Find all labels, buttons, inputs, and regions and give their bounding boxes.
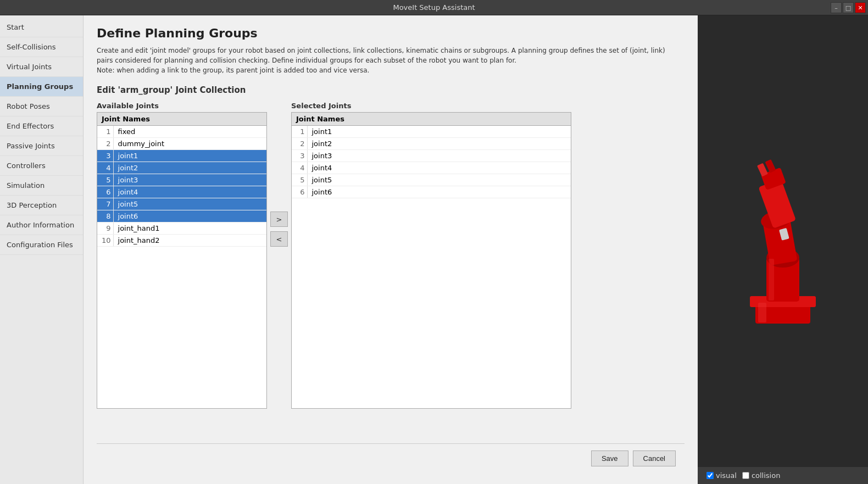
sidebar-item-3d-perception[interactable]: 3D Perception bbox=[0, 196, 83, 215]
row-num: 2 bbox=[292, 138, 307, 150]
available-joint-row[interactable]: 4joint2 bbox=[97, 162, 266, 174]
selected-joints-label: Selected Joints bbox=[291, 102, 571, 110]
available-joint-row[interactable]: 8joint6 bbox=[97, 210, 266, 222]
desc-line1: Create and edit 'joint model' groups for… bbox=[97, 47, 665, 54]
joint-name: fixed bbox=[113, 126, 266, 138]
available-joint-row[interactable]: 9joint_hand1 bbox=[97, 222, 266, 235]
transfer-buttons: > < bbox=[267, 102, 291, 247]
joint-name: joint1 bbox=[307, 126, 571, 138]
row-num: 7 bbox=[97, 198, 113, 210]
available-joints-table: Joint Names 1fixed2dummy_joint3joint14jo… bbox=[97, 113, 266, 247]
visual-collision-controls: visual collision bbox=[698, 467, 789, 484]
titlebar: MoveIt Setup Assistant – □ ✕ bbox=[0, 0, 868, 15]
minimize-button[interactable]: – bbox=[831, 2, 842, 13]
joint-name: joint5 bbox=[307, 174, 571, 186]
row-num: 4 bbox=[292, 162, 307, 174]
available-joint-row[interactable]: 3joint1 bbox=[97, 150, 266, 162]
sidebar-item-virtual-joints[interactable]: Virtual Joints bbox=[0, 57, 83, 77]
available-col-header: Joint Names bbox=[97, 113, 266, 126]
joint-name: joint1 bbox=[113, 150, 266, 162]
selected-joint-row[interactable]: 2joint2 bbox=[292, 138, 571, 150]
sidebar-item-start[interactable]: Start bbox=[0, 18, 83, 37]
row-num: 3 bbox=[292, 150, 307, 162]
save-button[interactable]: Save bbox=[591, 450, 628, 466]
collision-checkbox-label[interactable]: collision bbox=[742, 471, 781, 480]
row-num: 5 bbox=[97, 174, 113, 186]
description: Create and edit 'joint model' groups for… bbox=[97, 46, 674, 75]
selected-joints-table-container[interactable]: Joint Names 1joint12joint23joint34joint4… bbox=[291, 112, 571, 409]
window-controls: – □ ✕ bbox=[831, 2, 866, 13]
selected-joints-panel: Selected Joints Joint Names 1joint12join… bbox=[291, 102, 571, 409]
row-num: 9 bbox=[97, 222, 113, 235]
bottom-footer: visual collision bbox=[698, 467, 868, 484]
available-joint-row[interactable]: 6joint4 bbox=[97, 186, 266, 198]
joint-name: joint2 bbox=[113, 162, 266, 174]
available-joints-label: Available Joints bbox=[97, 102, 267, 110]
svg-rect-11 bbox=[769, 259, 774, 301]
selected-joint-row[interactable]: 1joint1 bbox=[292, 126, 571, 138]
sidebar-item-robot-poses[interactable]: Robot Poses bbox=[0, 97, 83, 116]
row-num: 1 bbox=[97, 126, 113, 138]
desc-line3: Note: when adding a link to the group, i… bbox=[97, 66, 369, 74]
joint-name: joint4 bbox=[113, 186, 266, 198]
row-num: 3 bbox=[97, 150, 113, 162]
available-joints-table-container[interactable]: Joint Names 1fixed2dummy_joint3joint14jo… bbox=[97, 112, 267, 409]
sidebar-item-end-effectors[interactable]: End Effectors bbox=[0, 116, 83, 136]
visual-checkbox[interactable] bbox=[706, 472, 714, 479]
row-num: 4 bbox=[97, 162, 113, 174]
row-num: 8 bbox=[97, 210, 113, 222]
selected-joint-row[interactable]: 6joint6 bbox=[292, 186, 571, 198]
sidebar-item-simulation[interactable]: Simulation bbox=[0, 176, 83, 196]
robot-panel: visual collision bbox=[698, 15, 868, 484]
joint-name: joint6 bbox=[307, 186, 571, 198]
selected-joint-row[interactable]: 5joint5 bbox=[292, 174, 571, 186]
maximize-button[interactable]: □ bbox=[843, 2, 854, 13]
joint-name: joint5 bbox=[113, 198, 266, 210]
available-joints-panel: Available Joints Joint Names 1fixed2dumm… bbox=[97, 102, 267, 409]
remove-joint-button[interactable]: < bbox=[270, 231, 288, 247]
svg-rect-10 bbox=[758, 303, 766, 322]
sidebar-item-controllers[interactable]: Controllers bbox=[0, 156, 83, 176]
sidebar-item-author-information[interactable]: Author Information bbox=[0, 215, 83, 235]
section-header: Edit 'arm_group' Joint Collection bbox=[97, 85, 685, 95]
row-num: 1 bbox=[292, 126, 307, 138]
sidebar-item-self-collisions[interactable]: Self-Collisions bbox=[0, 37, 83, 57]
page-title: Define Planning Groups bbox=[97, 26, 685, 40]
titlebar-title: MoveIt Setup Assistant bbox=[393, 3, 475, 12]
app-body: Start Self-Collisions Virtual Joints Pla… bbox=[0, 15, 868, 484]
sidebar-item-configuration-files[interactable]: Configuration Files bbox=[0, 235, 83, 255]
robot-3d-view bbox=[722, 148, 843, 335]
joint-name: joint2 bbox=[307, 138, 571, 150]
close-button[interactable]: ✕ bbox=[855, 2, 866, 13]
available-joint-row[interactable]: 7joint5 bbox=[97, 198, 266, 210]
joint-name: joint3 bbox=[113, 174, 266, 186]
visual-checkbox-label[interactable]: visual bbox=[706, 471, 737, 480]
available-joint-row[interactable]: 5joint3 bbox=[97, 174, 266, 186]
joint-name: dummy_joint bbox=[113, 138, 266, 150]
sidebar-item-passive-joints[interactable]: Passive Joints bbox=[0, 136, 83, 156]
available-joint-row[interactable]: 2dummy_joint bbox=[97, 138, 266, 150]
row-num: 10 bbox=[97, 235, 113, 247]
joint-name: joint_hand2 bbox=[113, 235, 266, 247]
selected-joint-row[interactable]: 3joint3 bbox=[292, 150, 571, 162]
joint-name: joint_hand1 bbox=[113, 222, 266, 235]
desc-line2: pairs considered for planning and collis… bbox=[97, 57, 516, 64]
cancel-button[interactable]: Cancel bbox=[633, 450, 676, 466]
row-num: 5 bbox=[292, 174, 307, 186]
selected-joint-row[interactable]: 4joint4 bbox=[292, 162, 571, 174]
sidebar-item-planning-groups[interactable]: Planning Groups bbox=[0, 77, 83, 97]
row-num: 6 bbox=[97, 186, 113, 198]
available-joint-row[interactable]: 10joint_hand2 bbox=[97, 235, 266, 247]
sidebar: Start Self-Collisions Virtual Joints Pla… bbox=[0, 15, 84, 484]
visual-label: visual bbox=[716, 471, 737, 480]
main-content: Define Planning Groups Create and edit '… bbox=[84, 15, 698, 484]
available-joint-row[interactable]: 1fixed bbox=[97, 126, 266, 138]
joint-name: joint4 bbox=[307, 162, 571, 174]
bottom-bar: Save Cancel bbox=[97, 443, 685, 473]
joint-name: joint6 bbox=[113, 210, 266, 222]
selected-joints-table: Joint Names 1joint12joint23joint34joint4… bbox=[292, 113, 571, 198]
joint-editor: Available Joints Joint Names 1fixed2dumm… bbox=[97, 102, 685, 409]
add-joint-button[interactable]: > bbox=[270, 212, 288, 227]
collision-checkbox[interactable] bbox=[742, 472, 749, 479]
robot-viewport bbox=[698, 15, 868, 467]
